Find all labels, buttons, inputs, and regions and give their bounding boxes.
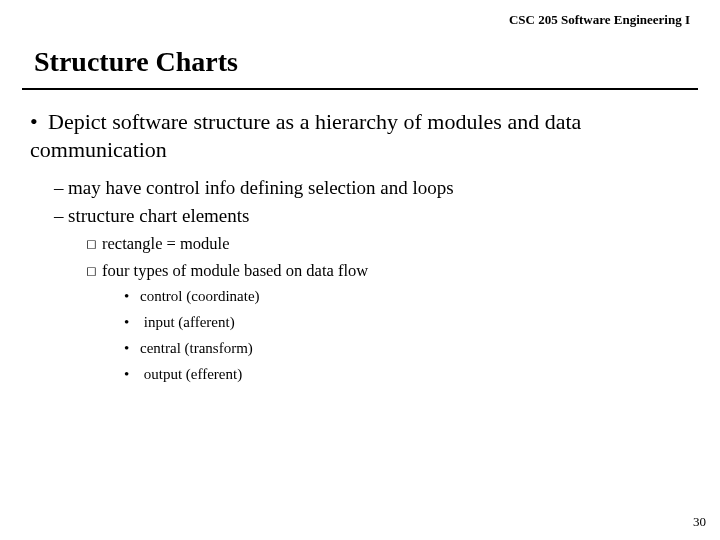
bullet-text: rectangle = module <box>102 234 230 253</box>
slide-title: Structure Charts <box>34 46 692 78</box>
bullet-text: four types of module based on data flow <box>102 261 368 280</box>
bullet-level2: –structure chart elements <box>54 203 692 229</box>
bullet-level1: •Depict software structure as a hierarch… <box>28 108 692 163</box>
bullet-text: central (transform) <box>140 340 253 356</box>
bullet-text: input (afferent) <box>140 314 235 330</box>
bullet-dot-icon: • <box>124 338 140 360</box>
bullet-text: may have control info defining selection… <box>68 177 454 198</box>
page-number: 30 <box>693 514 706 530</box>
square-icon: ◻ <box>86 235 102 253</box>
bullet-level3: ◻rectangle = module <box>86 232 692 255</box>
dash-icon: – <box>54 203 68 229</box>
bullet-dot-icon: • <box>124 312 140 334</box>
bullet-level4: • input (afferent) <box>124 312 692 334</box>
slide-content: •Depict software structure as a hierarch… <box>28 108 692 385</box>
bullet-level2: –may have control info defining selectio… <box>54 175 692 201</box>
square-icon: ◻ <box>86 262 102 280</box>
title-rule <box>22 88 698 90</box>
bullet-level4: • output (efferent) <box>124 364 692 386</box>
bullet-level4: •control (coordinate) <box>124 286 692 308</box>
bullet-text: output (efferent) <box>140 366 242 382</box>
bullet-text: Depict software structure as a hierarchy… <box>30 109 581 162</box>
dash-icon: – <box>54 175 68 201</box>
bullet-dot-icon: • <box>124 286 140 308</box>
course-header: CSC 205 Software Engineering I <box>28 12 692 28</box>
bullet-level4: •central (transform) <box>124 338 692 360</box>
bullet-text: structure chart elements <box>68 205 249 226</box>
bullet-dot-icon: • <box>30 108 48 136</box>
bullet-text: control (coordinate) <box>140 288 260 304</box>
bullet-level3: ◻four types of module based on data flow <box>86 259 692 282</box>
bullet-dot-icon: • <box>124 364 140 386</box>
